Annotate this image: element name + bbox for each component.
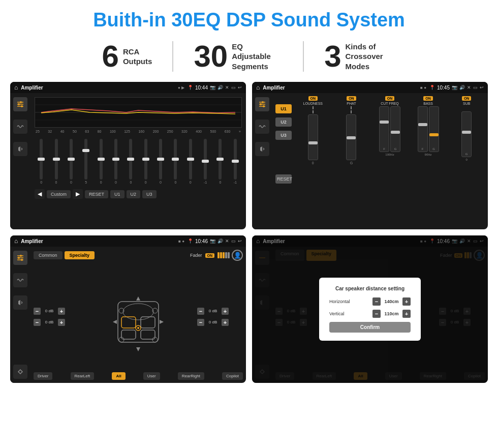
preset-u3[interactable]: U3 — [275, 131, 292, 140]
app-title-2: Amplifier — [263, 85, 417, 91]
svg-point-4 — [20, 101, 22, 103]
prev-button[interactable]: ◀ — [35, 189, 45, 199]
screen-icon-2: ▭ — [473, 85, 478, 90]
side-controls-1 — [10, 93, 30, 229]
sub-slider[interactable]: G — [461, 111, 472, 157]
common-tab[interactable]: Common — [34, 251, 63, 259]
minus-btn-4[interactable]: − — [197, 319, 204, 326]
rearright-btn[interactable]: RearRight — [178, 372, 204, 380]
stat-eq-number: 30 — [194, 41, 228, 72]
phat-on: ON — [347, 96, 356, 101]
svg-point-21 — [18, 257, 20, 259]
plus-btn-3[interactable]: + — [222, 308, 229, 315]
plus-btn-4[interactable]: + — [222, 319, 229, 326]
slider-col-2: 0 — [49, 139, 63, 184]
plus-btn-2[interactable]: + — [58, 319, 65, 326]
vertical-plus[interactable]: + — [402, 310, 411, 318]
minus-btn-3[interactable]: − — [197, 308, 204, 315]
eq-side-btn[interactable] — [13, 97, 27, 111]
cutfreq-slider-g[interactable]: G — [390, 106, 400, 152]
horizontal-plus[interactable]: + — [402, 297, 411, 306]
svg-point-5 — [21, 105, 23, 107]
confirm-button[interactable]: Confirm — [329, 322, 411, 333]
plus-btn-1[interactable]: + — [58, 308, 65, 315]
reset-button[interactable]: RESET — [85, 190, 108, 198]
bass-slider-f[interactable]: F — [418, 106, 428, 152]
location-icon-2: 📍 — [429, 85, 435, 90]
loudness-label: LOUDNESS — [303, 102, 323, 105]
rearleft-btn[interactable]: RearLeft — [71, 372, 95, 380]
vertical-minus[interactable]: − — [372, 310, 381, 318]
slider-col-6: 0 — [109, 139, 122, 184]
sub-label: SUB — [463, 102, 470, 105]
location-icon-3: 📍 — [188, 238, 193, 244]
phat-slider[interactable] — [346, 114, 356, 160]
vol-side-btn[interactable] — [13, 142, 27, 156]
db-val-3: 0 dB — [206, 309, 220, 313]
page-title: Buith-in 30EQ DSP Sound System — [0, 0, 498, 36]
eq-sliders: 0 0 0 5 0 0 0 0 0 0 0 -1 0 -1 — [35, 135, 242, 186]
copilot-btn[interactable]: Copilot — [222, 372, 243, 380]
eq-nav: ◀ Custom ▶ RESET U1 U2 U3 — [35, 188, 242, 200]
car-diagram — [82, 264, 194, 369]
db-val-2: 0 dB — [42, 320, 56, 324]
u1-button[interactable]: U1 — [110, 190, 124, 198]
db-row-2: − 0 dB + — [34, 319, 79, 326]
slider-col-8: 0 — [139, 139, 152, 184]
svg-marker-17 — [260, 146, 262, 152]
all-btn[interactable]: All — [112, 372, 125, 380]
channel-loudness: ON LOUDNESS 0 — [295, 96, 331, 226]
u3-button[interactable]: U3 — [142, 190, 157, 198]
minus-btn-1[interactable]: − — [34, 308, 41, 315]
status-icons-2: 📍 10:45 📷 🔊 ✕ ▭ ↩ — [429, 85, 484, 91]
wave-side-btn-3[interactable] — [13, 273, 27, 287]
wave-side-btn-2[interactable] — [255, 120, 269, 134]
preset-u2[interactable]: U2 — [275, 117, 292, 127]
dialog-overlay: Car speaker distance setting Horizontal … — [252, 235, 488, 383]
channel-phat: ON PHAT G — [333, 96, 370, 226]
preset-u1[interactable]: U1 — [275, 104, 292, 113]
user-btn[interactable]: User — [143, 372, 160, 380]
slider-col-11: 0 — [184, 139, 197, 184]
horizontal-value-row: − 140cm + — [372, 297, 411, 306]
screen-icon-1: ▭ — [231, 85, 236, 90]
right-db-controls: − 0 dB + − 0 dB + — [197, 264, 243, 369]
eq-side-btn-2[interactable] — [255, 97, 269, 111]
driver-btn[interactable]: Driver — [34, 372, 52, 380]
bass-slider-g[interactable]: G — [429, 106, 439, 152]
vol-side-btn-3[interactable] — [13, 295, 27, 310]
next-button[interactable]: ▶ — [73, 189, 83, 199]
left-db-controls: − 0 dB + − 0 dB + — [34, 264, 79, 369]
home-icon-2: ⌂ — [256, 84, 260, 91]
minus-btn-2[interactable]: − — [34, 319, 41, 326]
bass-on: ON — [423, 96, 433, 101]
screen-inner-1: 253240506380100125160200250320400500630»… — [10, 93, 246, 229]
stat-crossover-number: 3 — [324, 41, 341, 72]
vol-side-btn-2[interactable] — [255, 142, 269, 156]
channel-bass: ON BASS F G 90Hz — [410, 96, 447, 226]
wave-side-btn[interactable] — [13, 120, 27, 134]
slider-col-9: 0 — [154, 139, 167, 184]
car-svg — [110, 281, 166, 352]
person-icon-3[interactable]: 👤 — [232, 250, 243, 261]
screen-amp: ⌂ Amplifier ■ ● 📍 10:45 📷 🔊 ✕ ▭ ↩ — [252, 82, 488, 229]
status-icons-3: 📍 10:46 📷 🔊 ✕ ▭ ↩ — [188, 238, 242, 244]
phat-label: PHAT — [347, 102, 356, 105]
time-1: 10:44 — [195, 85, 208, 91]
screenshots-grid: ⌂ Amplifier ● ▶ 📍 10:44 📷 🔊 ✕ ▭ ↩ — [0, 79, 498, 388]
reset-amp-btn[interactable]: RESET — [275, 174, 292, 184]
spread-side-btn-3[interactable] — [13, 365, 27, 379]
cutfreq-slider-f[interactable]: F — [379, 106, 389, 152]
horizontal-minus[interactable]: − — [372, 297, 381, 306]
specialty-tab[interactable]: Specialty — [65, 251, 95, 259]
custom-button[interactable]: Custom — [47, 190, 71, 198]
u2-button[interactable]: U2 — [127, 190, 141, 198]
stat-eq: 30 EQ AdjustableSegments — [173, 41, 304, 72]
eq-side-btn-3[interactable] — [13, 251, 27, 265]
svg-marker-24 — [18, 300, 20, 305]
loudness-slider[interactable] — [308, 114, 318, 160]
svg-marker-37 — [136, 296, 140, 301]
dot-icons-2: ■ ● — [420, 85, 426, 90]
vertical-label: Vertical — [329, 311, 360, 316]
slider-col-14: -1 — [229, 139, 242, 184]
